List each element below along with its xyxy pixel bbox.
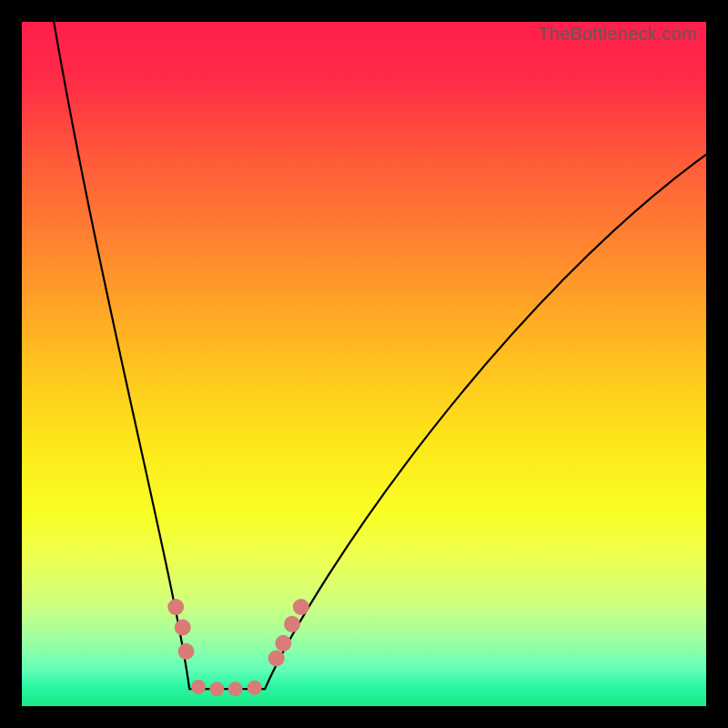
data-marker bbox=[191, 680, 206, 694]
data-marker bbox=[167, 599, 184, 615]
data-marker bbox=[178, 643, 195, 660]
data-marker bbox=[175, 620, 191, 636]
data-marker bbox=[293, 599, 309, 615]
watermark-text: TheBottleneck.com bbox=[538, 24, 697, 45]
data-marker bbox=[268, 650, 285, 666]
data-marker bbox=[209, 682, 224, 696]
bottleneck-curve bbox=[22, 22, 706, 706]
data-marker bbox=[248, 681, 262, 695]
data-marker bbox=[228, 682, 243, 696]
plot-area: TheBottleneck.com bbox=[22, 22, 706, 706]
chart-frame: TheBottleneck.com bbox=[0, 0, 728, 728]
data-marker bbox=[275, 635, 291, 652]
data-marker bbox=[284, 616, 300, 632]
